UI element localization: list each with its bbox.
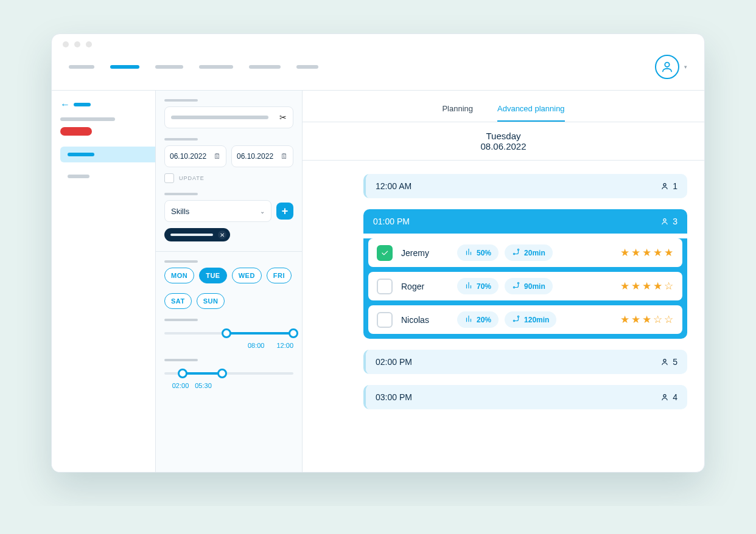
slot-count: 1 (660, 181, 677, 191)
range1-label (164, 319, 198, 321)
day-of-week-picker: MONTUEWEDFRISATSUN (164, 268, 293, 309)
time-range-1[interactable] (164, 326, 293, 341)
nav-item-1[interactable] (69, 65, 94, 69)
arrow-left-icon: ← (60, 99, 70, 110)
bars-icon (464, 314, 473, 325)
back-label (74, 103, 91, 106)
range-handle-start[interactable] (178, 369, 187, 378)
date-to-value: 06.10.2022 (237, 152, 273, 161)
nav-item-3[interactable] (155, 65, 183, 69)
duration-badge: 120min (505, 311, 556, 328)
percent-badge: 20% (457, 311, 499, 328)
person-name: Roger (401, 282, 449, 291)
day-chip-sat[interactable]: SAT (164, 293, 192, 309)
top-nav (69, 65, 318, 69)
svg-point-2 (663, 219, 666, 221)
slot-time: 02:00 PM (376, 357, 412, 367)
field-label-3 (164, 193, 198, 195)
range-handle-end[interactable] (217, 369, 227, 378)
scissors-icon[interactable]: ✂ (279, 113, 287, 122)
range-handle-start[interactable] (222, 328, 231, 338)
date-header: Tuesday 08.06.2022 (303, 122, 704, 161)
person-badges: 70%90min (457, 278, 553, 294)
day-chip-sun[interactable]: SUN (197, 293, 225, 309)
search-input[interactable]: ✂ (164, 106, 293, 128)
route-icon (512, 314, 520, 325)
range2-from: 02:00 (172, 382, 189, 389)
day-chip-mon[interactable]: MON (164, 268, 194, 283)
sidebar-item-2[interactable] (60, 168, 155, 184)
tab-planning[interactable]: Planning (442, 104, 473, 122)
range2-label (164, 359, 198, 361)
calendar-icon: 🗓 (214, 152, 221, 161)
time-slot[interactable]: 01:00 PM3Jeremy50%20min★★★★★Roger70%90mi… (363, 209, 687, 339)
header-day: Tuesday (303, 131, 704, 141)
chevron-down-icon: ⌄ (260, 208, 265, 215)
user-icon (660, 217, 669, 226)
date-to-input[interactable]: 06.10.2022 🗓 (231, 145, 293, 167)
route-icon (512, 281, 520, 291)
time-slot[interactable]: 03:00 PM4 (363, 385, 687, 409)
person-name: Nicolas (401, 315, 449, 325)
chip-remove-icon[interactable]: ✕ (218, 231, 226, 239)
checkbox-icon[interactable] (164, 173, 174, 183)
svg-point-9 (663, 359, 666, 362)
field-label-1 (164, 99, 198, 102)
slot-count: 3 (660, 217, 677, 226)
nav-item-4[interactable] (199, 65, 233, 69)
time-slot[interactable]: 02:00 PM5 (363, 350, 687, 374)
person-checkbox[interactable] (377, 312, 393, 328)
rating-stars: ★★★☆☆ (620, 313, 674, 326)
skills-select[interactable]: Skills ⌄ (164, 200, 271, 222)
person-checkbox[interactable] (377, 245, 393, 261)
filter-chip[interactable]: ✕ (164, 228, 230, 241)
svg-point-1 (663, 184, 666, 186)
nav-item-2-active[interactable] (110, 65, 139, 69)
bars-icon (464, 281, 473, 291)
window-controls (52, 34, 704, 51)
divider (156, 251, 302, 252)
sidebar-item-active[interactable] (60, 147, 155, 162)
svg-point-10 (663, 395, 666, 397)
person-row[interactable]: Roger70%90min★★★★☆ (368, 272, 682, 300)
duration-badge: 20min (505, 244, 553, 261)
app-window: ▾ ← ✂ (51, 33, 705, 473)
person-checkbox[interactable] (377, 279, 393, 294)
percent-badge: 50% (457, 244, 499, 261)
range-handle-end[interactable] (289, 328, 298, 338)
date-from-input[interactable]: 06.10.2022 🗓 (164, 145, 226, 167)
slot-time: 01:00 PM (373, 217, 410, 226)
person-row[interactable]: Jeremy50%20min★★★★★ (368, 238, 682, 267)
duration-badge: 90min (505, 278, 553, 294)
day-chip-wed[interactable]: WED (232, 268, 262, 283)
slot-count: 4 (660, 392, 677, 402)
status-badge (60, 127, 92, 136)
main-area: Planning Advanced planning Tuesday 08.06… (303, 91, 704, 472)
rating-stars: ★★★★☆ (620, 280, 674, 293)
days-label (164, 260, 198, 263)
user-menu[interactable]: ▾ (655, 55, 687, 79)
field-label-2 (164, 138, 198, 140)
traffic-light-min[interactable] (74, 41, 80, 47)
day-chip-tue[interactable]: TUE (199, 268, 227, 283)
day-chip-fri[interactable]: FRI (267, 268, 292, 283)
nav-item-5[interactable] (249, 65, 281, 69)
traffic-light-close[interactable] (63, 41, 69, 47)
update-checkbox-row[interactable]: UPDATE (164, 173, 293, 183)
range1-to: 12:00 (276, 342, 293, 349)
add-button[interactable]: + (276, 203, 293, 220)
range2-to: 05:30 (195, 382, 212, 389)
tab-advanced-planning[interactable]: Advanced planning (497, 104, 565, 122)
time-range-2[interactable] (164, 366, 293, 381)
update-label: UPDATE (179, 175, 205, 181)
traffic-light-max[interactable] (86, 41, 92, 47)
nav-item-6[interactable] (296, 65, 318, 69)
user-icon (660, 393, 669, 401)
sidebar: ← (52, 91, 156, 472)
person-name: Jeremy (401, 248, 449, 258)
person-row[interactable]: Nicolas20%120min★★★☆☆ (368, 305, 682, 334)
time-slot[interactable]: 12:00 AM1 (363, 174, 687, 198)
body: ← ✂ (52, 91, 704, 472)
back-link[interactable]: ← (60, 99, 155, 110)
sidebar-heading (60, 117, 115, 121)
